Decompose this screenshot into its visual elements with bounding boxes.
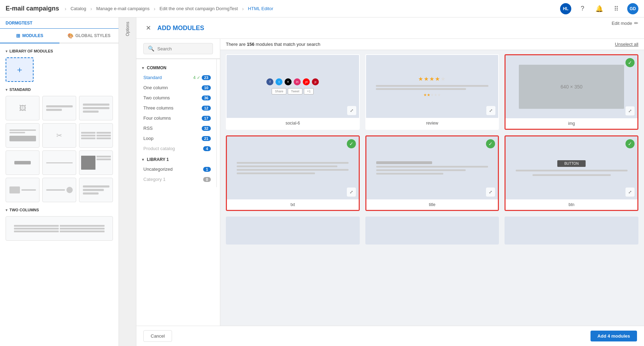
- nav-item-uncategorized[interactable]: Uncategorized 1: [136, 164, 216, 174]
- soc-icon-yt: yt: [303, 78, 310, 85]
- module-thumb-2[interactable]: [42, 96, 76, 120]
- modules-row-1: f t ✕ in yt p Share: [226, 54, 638, 130]
- soc-icon-pin: p: [312, 78, 319, 85]
- module-card-title-preview: ✓ ⤢: [366, 136, 498, 199]
- module-thumb-8[interactable]: [42, 150, 76, 175]
- nav-item-loop[interactable]: Loop 21: [136, 133, 216, 143]
- module-thumb-1[interactable]: 🖼: [6, 96, 40, 120]
- module-thumb-12[interactable]: [79, 178, 113, 202]
- badge-category1: 0: [203, 177, 211, 182]
- section-standard-header[interactable]: ▾ STANDARD: [0, 85, 119, 93]
- module-card-btn-preview: ✓ BUTTON ⤢: [506, 136, 637, 199]
- breadcrumb-sep-1: ›: [65, 6, 66, 12]
- module-card-title[interactable]: ✓ ⤢ title: [365, 135, 499, 211]
- nav-item-category1[interactable]: Category 1 0: [136, 174, 216, 184]
- cancel-button[interactable]: Cancel: [143, 330, 172, 342]
- breadcrumb-edit[interactable]: Edit the one shot campaign DormgTest: [159, 6, 238, 11]
- review-stars: ★★★★★: [418, 76, 446, 82]
- nav-item-two-columns[interactable]: Two columns 36: [136, 93, 216, 103]
- breadcrumb-sep-2: ›: [91, 6, 92, 12]
- nav-item-two-columns-label: Two columns: [143, 95, 170, 100]
- module-thumb-10[interactable]: [6, 178, 40, 202]
- module-thumb-4[interactable]: [6, 123, 40, 148]
- txt-line-4: [237, 172, 315, 174]
- badge-rss: 32: [202, 126, 211, 131]
- badge-product-catalog: 4: [203, 146, 211, 151]
- social-btn-2: Tweet: [288, 88, 302, 94]
- chevron-standard: ▾: [6, 88, 7, 92]
- module-thumb-7[interactable]: [6, 150, 40, 175]
- btn-preview-content: BUTTON: [516, 160, 628, 176]
- panel-top-bar: There are 156 modules that match your se…: [220, 39, 644, 50]
- module-card-social-6[interactable]: f t ✕ in yt p Share: [226, 54, 360, 130]
- nav-item-standard[interactable]: Standard 4 ✓ 23: [136, 72, 216, 83]
- edit-mode-label: Edit mode: [611, 21, 632, 26]
- sidebar-content: ▾ LIBRARY OF MODULES ＋ ▾ STANDARD 🖼: [0, 43, 119, 346]
- social-btn-1: Share: [272, 88, 286, 94]
- bell-icon[interactable]: 🔔: [594, 3, 605, 14]
- pencil-icon: ✏: [634, 20, 638, 26]
- breadcrumb-catalog[interactable]: Catalog: [71, 6, 86, 11]
- options-label[interactable]: Options: [122, 17, 133, 40]
- nav-section-common[interactable]: ▾ COMMON: [136, 62, 216, 72]
- panel-close-button[interactable]: ✕: [143, 23, 153, 33]
- soc-icon-tw: t: [276, 78, 282, 85]
- unselect-all-button[interactable]: Unselect all: [615, 42, 638, 47]
- apps-icon[interactable]: ⠿: [610, 3, 622, 14]
- section-library-header[interactable]: ▾ LIBRARY OF MODULES: [0, 46, 119, 55]
- panel-nav: ▾ COMMON Standard 4 ✓ 23 One column: [136, 59, 217, 187]
- panel-footer: Cancel Add 4 modules: [136, 326, 644, 346]
- module-thumb-5[interactable]: ✂: [42, 123, 76, 148]
- module-thumb-11[interactable]: [42, 178, 76, 202]
- review-line-2: [376, 88, 466, 90]
- breadcrumb-manage[interactable]: Manage e-mail campaigns: [96, 6, 149, 11]
- nav-item-one-column[interactable]: One column 10: [136, 83, 216, 93]
- add-modules-button[interactable]: Add 4 modules: [591, 331, 637, 341]
- nav-item-four-columns[interactable]: Four columns 17: [136, 113, 216, 123]
- panel-left-column: 🔍 ▾ COMMON Standard: [136, 39, 220, 326]
- module-card-img-preview: ✓ 640 × 350 ⤢: [506, 55, 637, 118]
- badge-three-columns: 12: [202, 106, 211, 111]
- nav-item-uncategorized-label: Uncategorized: [143, 167, 173, 172]
- nav-item-three-columns[interactable]: Three columns 12: [136, 103, 216, 113]
- btn-line-1: [516, 170, 628, 171]
- module-card-img[interactable]: ✓ 640 × 350 ⤢ img: [505, 54, 638, 130]
- module-thumb-6[interactable]: [79, 123, 113, 148]
- review-lines: [376, 85, 488, 90]
- module-card-review-label: review: [366, 118, 499, 128]
- nav-item-product-catalog[interactable]: Product catalog 4: [136, 143, 216, 154]
- module-thumb-3[interactable]: [79, 96, 113, 120]
- search-bar: 🔍: [136, 39, 220, 59]
- module-thumb-9[interactable]: [79, 150, 113, 175]
- txt-line-3: [237, 169, 349, 171]
- search-result-info: There are 156 modules that match your se…: [226, 42, 320, 47]
- social-btn-row: Share Tweet +1: [272, 88, 314, 94]
- nav-section-library1[interactable]: ▾ LIBRARY 1: [136, 154, 216, 164]
- module-card-txt-preview: ✓ ⤢: [227, 136, 359, 199]
- nav-item-rss[interactable]: RSS 32: [136, 123, 216, 133]
- nav-item-four-columns-label: Four columns: [143, 115, 171, 121]
- campaign-name: DORMGTEST: [6, 21, 33, 26]
- placeholder-card-3: [505, 217, 638, 245]
- tab-global-styles[interactable]: 🎨 GLOBAL STYLES: [59, 29, 119, 43]
- help-icon[interactable]: ?: [577, 3, 588, 14]
- panel-body: 🔍 ▾ COMMON Standard: [136, 39, 644, 326]
- section-two-columns-header[interactable]: ▾ TWO COLUMNS: [0, 205, 119, 213]
- avatar-hl[interactable]: HL: [560, 3, 571, 14]
- module-card-img-label: img: [506, 118, 637, 129]
- modules-grid-area: f t ✕ in yt p Share: [220, 50, 644, 326]
- nav-item-category1-label: Category 1: [143, 177, 166, 182]
- search-input[interactable]: [157, 46, 208, 51]
- two-col-module-thumb[interactable]: [6, 216, 113, 241]
- module-card-txt[interactable]: ✓ ⤢ txt: [226, 135, 360, 211]
- resize-icon-1: ⤢: [347, 106, 356, 115]
- module-card-btn-label: btn: [506, 199, 637, 210]
- module-card-btn[interactable]: ✓ BUTTON ⤢ btn: [505, 135, 638, 211]
- tab-modules[interactable]: ⊞ MODULES: [0, 29, 59, 43]
- user-avatar[interactable]: GD: [627, 3, 638, 14]
- app-title: E-mail campaigns: [6, 5, 59, 12]
- search-input-wrap[interactable]: 🔍: [143, 43, 213, 54]
- add-new-module-button[interactable]: ＋: [6, 57, 34, 82]
- module-card-review[interactable]: ★★★★★ ★★★★★ ⤢ review: [365, 54, 499, 130]
- standard-modules-grid: 🖼 ✂: [0, 93, 119, 205]
